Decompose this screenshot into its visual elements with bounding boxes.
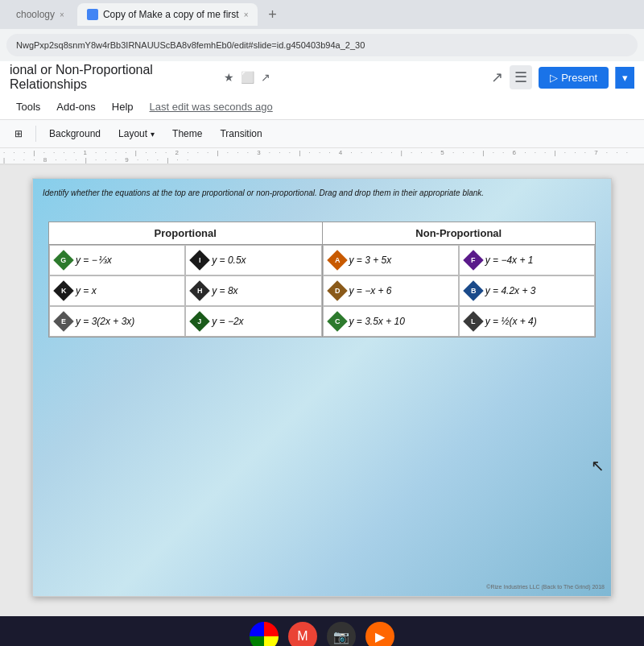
eq-c: y = 3.5x + 10 [349, 316, 405, 327]
taskbar-icon-camera[interactable]: 📷 [327, 622, 356, 646]
last-edit-label: Last edit was seconds ago [150, 101, 273, 113]
nonproportional-grid: A y = 3 + 5x F y = −4x + 1 D y = −x + 6 [323, 245, 596, 337]
eq-a: y = 3 + 5x [349, 255, 392, 266]
star-icon[interactable]: ★ [224, 71, 234, 84]
toolbar-theme[interactable]: Theme [164, 122, 210, 145]
tab-slides[interactable]: Copy of Make a copy of me first × [77, 3, 258, 26]
eq-h: y = 8x [212, 285, 237, 296]
tab-bar: choology × Copy of Make a copy of me fir… [0, 0, 644, 29]
badge-d: D [327, 280, 347, 300]
activity-icon: ↗ [261, 71, 270, 84]
eq-i: y = 0.5x [212, 255, 246, 266]
new-tab-button[interactable]: + [261, 3, 283, 26]
activity-graph-icon: ↗ [491, 68, 503, 86]
slides-toolbar: ⊞ Background Layout Theme Transition [0, 119, 644, 148]
eq-f: y = −4x + 1 [485, 255, 534, 266]
mouse-cursor-icon: ↖ [591, 456, 605, 475]
eq-cell-i[interactable]: I y = 0.5x [185, 245, 321, 275]
badge-e: E [53, 311, 73, 331]
slide: Identify whether the equations at the to… [32, 178, 612, 597]
toolbar-transition[interactable]: Transition [212, 122, 270, 145]
present-icon: ▷ [550, 72, 558, 84]
badge-g: G [53, 250, 73, 270]
badge-l: L [463, 311, 483, 331]
address-bar [0, 29, 644, 61]
eq-b: y = 4.2x + 3 [485, 285, 536, 296]
badge-i: I [190, 250, 210, 270]
eq-d: y = −x + 6 [349, 285, 392, 296]
slide-instruction: Identify whether the equations at the to… [43, 188, 601, 197]
toolbar-layout[interactable]: Layout [110, 122, 163, 145]
eq-cell-c[interactable]: C y = 3.5x + 10 [323, 306, 459, 337]
taskbar-icon-gmail[interactable]: M [288, 622, 317, 646]
slides-header: ional or Non-Proportional Relationships … [0, 61, 644, 165]
taskbar: M 📷 ▶ [0, 616, 644, 646]
menu-tools[interactable]: Tools [10, 97, 47, 116]
toolbar-insert-image[interactable]: ⊞ [6, 122, 31, 145]
eq-l: y = ½(x + 4) [485, 316, 537, 327]
title-bar: ional or Non-Proportional Relationships … [0, 61, 644, 93]
tab-choology-label: choology [16, 9, 55, 20]
present-label: Present [561, 72, 597, 84]
eq-j: y = −2x [212, 316, 243, 327]
eq-e: y = 3(2x + 3x) [76, 316, 134, 327]
eq-cell-l[interactable]: L y = ½(x + 4) [459, 306, 595, 337]
present-dropdown-button[interactable]: ▾ [615, 67, 634, 89]
tab-slides-close[interactable]: × [244, 10, 249, 19]
slides-tab-icon [87, 9, 98, 20]
eq-g: y = −⅓x [76, 255, 112, 266]
separator-1 [35, 126, 36, 142]
eq-cell-j[interactable]: J y = −2x [185, 306, 321, 337]
badge-f: F [463, 250, 483, 270]
tab-choology[interactable]: choology × [6, 3, 74, 26]
menu-bar: Tools Add-ons Help Last edit was seconds… [0, 93, 644, 119]
slides-icon: ⬜ [241, 71, 254, 84]
menu-addons[interactable]: Add-ons [50, 97, 101, 116]
badge-a: A [327, 250, 347, 270]
menu-help[interactable]: Help [105, 97, 140, 116]
copyright-text: ©Rize Industries LLC (Back to The Grind)… [486, 584, 605, 590]
badge-k: K [53, 280, 73, 300]
col-proportional: G y = −⅓x I y = 0.5x K y = x [49, 245, 323, 337]
ruler-markings: · · · | · · · · 1 · · · · | · · · 2 · · … [3, 149, 641, 164]
eq-cell-d[interactable]: D y = −x + 6 [323, 275, 459, 306]
browser-chrome: choology × Copy of Make a copy of me fir… [0, 0, 644, 61]
proportional-header: Proportional [49, 222, 323, 245]
slide-area: Identify whether the equations at the to… [0, 165, 644, 616]
eq-cell-g[interactable]: G y = −⅓x [49, 245, 185, 275]
badge-h: H [190, 280, 210, 300]
present-button[interactable]: ▷ Present [539, 67, 609, 89]
url-input[interactable] [6, 34, 638, 56]
taskbar-icon-play[interactable]: ▶ [365, 622, 394, 646]
badge-c: C [327, 311, 347, 331]
slide-title: ional or Non-Proportional Relationships [10, 63, 217, 92]
tab-slides-label: Copy of Make a copy of me first [103, 9, 239, 20]
table-body: G y = −⅓x I y = 0.5x K y = x [49, 245, 595, 337]
toolbar-background[interactable]: Background [41, 122, 109, 145]
eq-k: y = x [76, 285, 97, 296]
col-nonproportional: A y = 3 + 5x F y = −4x + 1 D y = −x + 6 [323, 245, 596, 337]
eq-cell-k[interactable]: K y = x [49, 275, 185, 306]
taskbar-icon-chrome[interactable] [250, 622, 279, 646]
comments-icon[interactable]: ☰ [510, 65, 532, 89]
badge-b: B [463, 280, 483, 300]
insert-image-icon: ⊞ [14, 128, 23, 139]
eq-cell-h[interactable]: H y = 8x [185, 275, 321, 306]
proportional-grid: G y = −⅓x I y = 0.5x K y = x [49, 245, 322, 337]
nonproportional-header: Non-Proportional [323, 222, 596, 245]
table-header: Proportional Non-Proportional [49, 222, 595, 245]
tab-choology-close[interactable]: × [60, 10, 64, 19]
badge-j: J [190, 311, 210, 331]
title-icons: ★ ⬜ ↗ [224, 71, 270, 84]
eq-cell-a[interactable]: A y = 3 + 5x [323, 245, 459, 275]
eq-cell-e[interactable]: E y = 3(2x + 3x) [49, 306, 185, 337]
ruler: · · · | · · · · 1 · · · · | · · · 2 · · … [0, 148, 644, 164]
eq-cell-b[interactable]: B y = 4.2x + 3 [459, 275, 595, 306]
eq-cell-f[interactable]: F y = −4x + 1 [459, 245, 595, 275]
content-table: Proportional Non-Proportional G y = −⅓x … [48, 222, 596, 337]
